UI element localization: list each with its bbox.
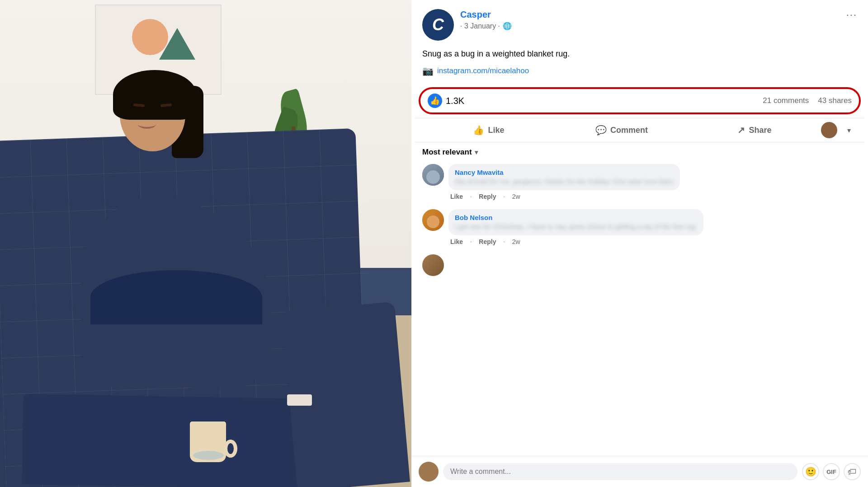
commenter-avatar-3 [422,254,444,276]
comment-reply-2[interactable]: Reply [479,238,496,245]
post-author-name[interactable]: Casper [460,9,491,19]
reactions-count[interactable]: 1.3K [446,96,464,106]
comment-author-2[interactable]: Bob Nelson [455,214,697,221]
comment-text-1: this arrived for me, gorgeous, thanks fo… [455,178,674,185]
comment-actions-2: Like · Reply · 2w [448,238,857,245]
comments-sort-button[interactable]: Most relevant ▾ [422,148,857,157]
like-label: Like [488,126,504,135]
sticker-button[interactable]: 🏷 [844,463,861,480]
comments-count[interactable]: 21 comments [763,96,809,105]
comment-like-2[interactable]: Like [450,238,463,245]
write-comment-bar: 🙂 GIF 🏷 [411,456,868,487]
post-image [0,0,411,487]
globe-icon: 🌐 [503,22,512,30]
comments-section: Most relevant ▾ Nancy Mwavita this arriv… [411,142,868,456]
more-options-button[interactable]: ··· [846,9,857,21]
comment-time-1: 2w [512,193,520,200]
share-label: Share [749,126,771,135]
commenter-avatar-2 [422,209,444,231]
comment-label: Comment [610,126,648,135]
comment-input[interactable] [443,463,797,480]
sort-label: Most relevant [422,148,472,157]
share-action-icon: ↗ [737,125,745,136]
comment-text-2: I got one for Christmas. I have to say, … [455,223,697,230]
action-buttons-bar: 👍 Like 💬 Comment ↗ Share ▾ [415,118,864,142]
gif-button[interactable]: GIF [823,463,840,480]
post-date: · 3 January · [460,22,500,30]
comment-author-1[interactable]: Nancy Mwavita [455,169,674,176]
like-reaction-icon: 👍 [428,94,442,108]
comment-actions-1: Like · Reply · 2w [448,193,857,200]
comment-bubble-1: Nancy Mwavita this arrived for me, gorge… [448,164,680,190]
post-date-line: · 3 January · 🌐 [460,22,857,30]
reactions-right: 21 comments 43 shares [763,96,852,105]
reactions-bar: 👍 1.3K 21 comments 43 shares [419,87,861,114]
emoji-button[interactable]: 🙂 [802,463,819,480]
post-caption: Snug as a bug in a weighted blanket rug. [422,48,857,60]
commenter-avatar-1 [422,164,444,186]
comment-item: Nancy Mwavita this arrived for me, gorge… [422,164,857,200]
comment-button[interactable]: 💬 Comment [555,120,688,140]
share-button[interactable]: ↗ Share [688,120,821,140]
comment-input-icons: 🙂 GIF 🏷 [802,463,861,480]
comment-time-2: 2w [512,238,520,245]
camera-icon: 📷 [422,66,434,76]
comment-content-2: Bob Nelson I got one for Christmas. I ha… [448,209,857,245]
post-link-text: instagram.com/micaelahoo [437,66,529,75]
current-user-comment-avatar [419,462,439,482]
actions-dropdown-button[interactable]: ▾ [841,122,857,139]
comment-item-3-partial [422,254,857,281]
sort-chevron-icon: ▾ [475,149,478,156]
logo-letter: C [432,15,444,34]
like-action-icon: 👍 [473,125,484,136]
post-instagram-link[interactable]: 📷 instagram.com/micaelahoo [422,66,857,76]
comment-content-1: Nancy Mwavita this arrived for me, gorge… [448,164,857,200]
brand-logo[interactable]: C [422,9,454,41]
comment-like-1[interactable]: Like [450,193,463,200]
comment-item-2: Bob Nelson I got one for Christmas. I ha… [422,209,857,245]
post-header: C Casper · 3 January · 🌐 ··· [411,0,868,48]
current-user-avatar [821,122,837,138]
comment-reply-1[interactable]: Reply [479,193,496,200]
reactions-left: 👍 1.3K [428,94,464,108]
post-meta: Casper · 3 January · 🌐 [460,9,857,30]
facebook-post-panel: C Casper · 3 January · 🌐 ··· Snug as a b… [411,0,868,487]
comment-action-icon: 💬 [595,125,607,136]
like-button[interactable]: 👍 Like [422,120,555,140]
comment-bubble-2: Bob Nelson I got one for Christmas. I ha… [448,209,703,235]
post-body: Snug as a bug in a weighted blanket rug.… [411,48,868,84]
shares-count[interactable]: 43 shares [818,96,852,105]
